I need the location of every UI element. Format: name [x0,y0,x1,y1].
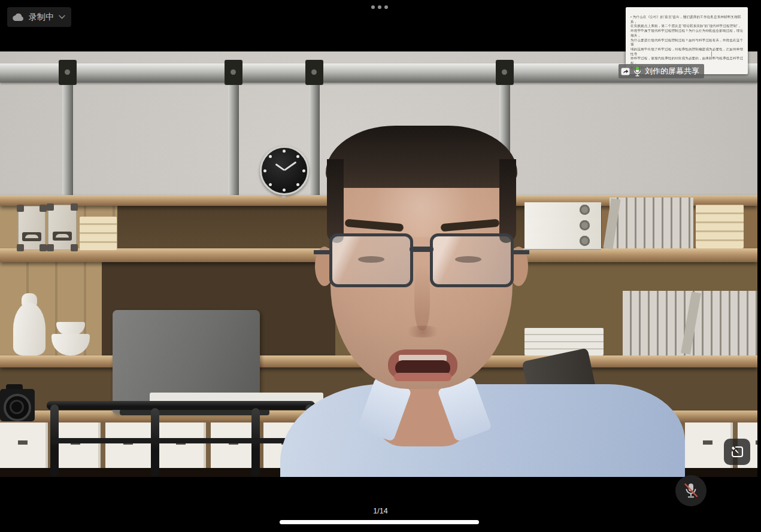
recording-badge[interactable]: 录制中 [7,7,71,27]
document-line: 在实践观点上来则，第二个层次是“理论联系实际”的“现代科学过程控制”， [630,24,744,29]
microphone-muted-icon [683,482,699,499]
page-progress-bar[interactable] [280,520,479,524]
pen-annotate-icon [730,445,744,459]
meeting-window: 录制中 • 为什么在《公司》的“前言”提出，我们选择的工作任务是某种材料互相联系… [0,0,761,532]
hair [326,126,517,188]
hair-side-right [499,159,516,243]
glasses-bridge [410,247,433,252]
glasses-lens-left [329,233,413,287]
glasses-temple-left [314,250,331,254]
nose [414,265,430,330]
mic-muted-button[interactable] [675,475,707,506]
document-line: 域的运用中出现了科学过程，对程序性的控制确定成为必要性，正如何种理性导 [630,47,744,56]
document-line: 为什么要进行现代科学过程控制过程？如何与科学过程有关，环境也在这个领 [630,38,744,47]
ellipsis-dot [371,5,375,9]
recording-label: 录制中 [29,12,54,23]
webcam-video-feed [0,51,757,477]
more-options-indicator[interactable] [371,5,388,9]
chevron-down-icon [59,15,65,19]
ellipsis-dot [384,5,388,9]
document-line: 环境学中属于现代科学过程控制过程？为什么行为动机也会影响过程，理论相关， [630,29,744,38]
nose-shadow [404,326,442,338]
glasses-lens-right [430,233,514,287]
text-cursor [711,51,712,56]
ellipsis-dot [378,5,381,9]
microphone-active-icon [633,66,641,77]
glasses-temple-right [513,250,529,254]
speaker-name-label: 刘作的屏幕共享 [645,66,699,77]
cloud-icon [13,13,24,22]
annotation-button[interactable] [724,439,750,465]
screen-share-speaker-label: 刘作的屏幕共享 [618,64,704,78]
document-line: • 为什么在《公司》的“前言”提出，我们选择的工作任务是某种材料互相联系， [630,15,744,24]
shared-document-preview: • 为什么在《公司》的“前言”提出，我们选择的工作任务是某种材料互相联系， 在实… [630,15,744,70]
hair-side-left [327,159,344,243]
lower-lip [394,373,451,381]
speaker-person [0,51,757,477]
screen-share-icon [621,67,630,76]
page-indicator: 1/14 [0,507,761,515]
